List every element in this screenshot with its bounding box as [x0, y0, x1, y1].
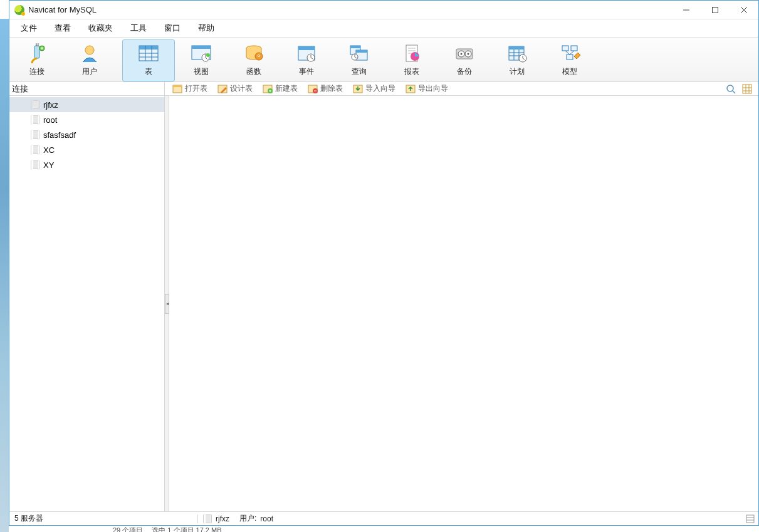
svg-point-38 — [468, 53, 469, 55]
sub-toolbar: 连接 打开表 设计表 新建表 删除表 导入向导 — [9, 82, 758, 96]
main-toolbar: 连接 用户 — [9, 37, 758, 82]
sidebar-header: 连接 — [9, 82, 165, 95]
query-icon — [348, 43, 370, 64]
import-icon — [353, 85, 363, 93]
menubar: 文件 查看 收藏夹 工具 窗口 帮助 — [9, 19, 758, 37]
menu-favorites[interactable]: 收藏夹 — [80, 19, 122, 37]
maximize-button[interactable] — [701, 1, 730, 19]
toolbar-backup-button[interactable]: 备份 — [438, 39, 491, 81]
tree-item-label: XC — [43, 145, 55, 155]
event-icon — [295, 43, 318, 64]
toolbar-model-button[interactable]: 模型 — [543, 39, 596, 81]
svg-rect-16 — [192, 46, 211, 49]
svg-rect-22 — [298, 46, 315, 50]
connection-sidebar: rjfxz root sfasfsadf XC XY — [9, 96, 165, 511]
toolbar-view-button[interactable]: 视图 — [175, 39, 228, 81]
database-icon — [31, 100, 39, 110]
backup-icon — [453, 43, 476, 64]
statusbar: 5 服务器 rjfxz 用户: root — [9, 511, 758, 525]
tree-item-label: XY — [43, 160, 54, 170]
user-icon — [78, 43, 101, 64]
new-table-icon — [263, 85, 273, 93]
status-current-db: rjfxz — [198, 514, 234, 524]
subbar-open-table[interactable]: 打开表 — [169, 83, 211, 95]
menu-file[interactable]: 文件 — [12, 19, 46, 37]
minimize-button[interactable] — [672, 1, 701, 19]
svg-rect-27 — [356, 50, 367, 53]
tree-item-label: rjfxz — [43, 100, 58, 110]
subbar-design-table[interactable]: 设计表 — [214, 83, 256, 95]
toolbar-connect-button[interactable]: 连接 — [11, 39, 63, 81]
status-detail-icon[interactable] — [742, 514, 758, 523]
toolbar-label: 表 — [145, 66, 152, 77]
svg-rect-47 — [571, 46, 577, 51]
toolbar-label: 模型 — [562, 66, 577, 77]
window-title: Navicat for MySQL — [28, 5, 97, 14]
content-area — [169, 96, 758, 511]
svg-point-20 — [255, 53, 263, 60]
toolbar-label: 报表 — [404, 66, 419, 77]
menu-help[interactable]: 帮助 — [189, 19, 223, 37]
svg-point-36 — [461, 53, 463, 55]
database-icon — [31, 145, 39, 155]
close-button[interactable] — [730, 1, 758, 19]
tree-item[interactable]: XC — [9, 142, 164, 157]
model-icon — [558, 43, 581, 64]
svg-rect-50 — [173, 85, 182, 87]
os-taskbar-fragment: 29 个项目 选中 1 个项目 17.2 MB — [113, 526, 222, 532]
svg-point-58 — [727, 85, 733, 91]
menu-window[interactable]: 窗口 — [155, 19, 189, 37]
delete-table-icon — [308, 85, 318, 93]
toolbar-function-button[interactable]: 函数 — [228, 39, 280, 81]
toolbar-report-button[interactable]: 报表 — [385, 39, 438, 81]
desktop-background-strip — [0, 19, 9, 532]
tree-item[interactable]: sfasfsadf — [9, 127, 164, 142]
tree-item-label: root — [43, 115, 57, 125]
search-icon[interactable] — [726, 84, 736, 94]
svg-rect-60 — [743, 85, 751, 93]
toolbar-label: 视图 — [194, 66, 209, 77]
subbar-new-table[interactable]: 新建表 — [259, 83, 301, 95]
svg-rect-5 — [36, 43, 37, 46]
table-icon — [137, 43, 160, 64]
toolbar-label: 备份 — [457, 66, 472, 77]
export-icon — [406, 85, 416, 93]
subbar-import-wizard[interactable]: 导入向导 — [349, 83, 399, 95]
svg-rect-4 — [34, 46, 39, 58]
database-icon — [31, 130, 39, 140]
subbar-label: 删除表 — [320, 83, 343, 94]
grid-view-icon[interactable] — [742, 84, 752, 94]
toolbar-label: 用户 — [82, 66, 97, 77]
tree-item[interactable]: root — [9, 112, 164, 127]
tree-item[interactable]: rjfxz — [9, 97, 164, 112]
toolbar-user-button[interactable]: 用户 — [63, 39, 116, 81]
client-area: rjfxz root sfasfsadf XC XY — [9, 96, 758, 511]
design-table-icon — [217, 85, 228, 93]
subbar-label: 设计表 — [230, 83, 253, 94]
svg-rect-46 — [562, 46, 568, 51]
open-table-icon — [172, 85, 182, 93]
svg-point-8 — [85, 46, 94, 55]
svg-rect-48 — [567, 55, 573, 60]
toolbar-label: 查询 — [352, 66, 367, 77]
menu-view[interactable]: 查看 — [46, 19, 80, 37]
tree-item[interactable]: XY — [9, 157, 164, 172]
toolbar-label: 事件 — [299, 66, 314, 77]
svg-rect-6 — [38, 43, 39, 46]
toolbar-query-button[interactable]: 查询 — [333, 39, 385, 81]
splitter-handle[interactable] — [165, 96, 169, 511]
toolbar-event-button[interactable]: 事件 — [280, 39, 333, 81]
toolbar-table-button[interactable]: 表 — [122, 39, 175, 81]
menu-tools[interactable]: 工具 — [122, 19, 155, 37]
subbar-delete-table[interactable]: 删除表 — [304, 83, 347, 95]
report-icon — [400, 43, 423, 64]
view-icon — [190, 43, 212, 64]
sidebar-header-label: 连接 — [12, 83, 28, 95]
tree-item-label: sfasfsadf — [43, 130, 76, 140]
plug-icon — [26, 43, 48, 64]
toolbar-schedule-button[interactable]: 计划 — [491, 39, 543, 81]
titlebar: Navicat for MySQL — [9, 1, 758, 19]
svg-line-59 — [733, 91, 735, 93]
subbar-export-wizard[interactable]: 导出向导 — [402, 83, 452, 95]
app-logo-icon — [14, 5, 24, 15]
